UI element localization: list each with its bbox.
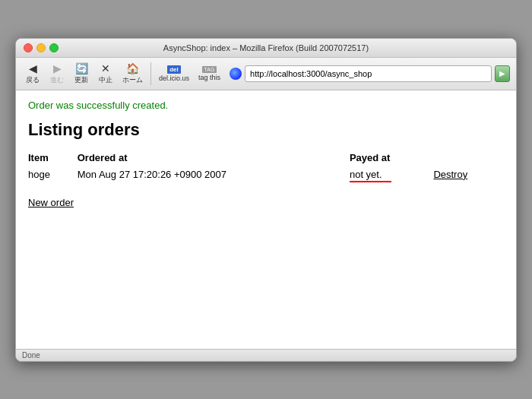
col-header-action <box>433 150 504 166</box>
tag-label: tag this <box>198 74 220 81</box>
destroy-link[interactable]: Destroy <box>433 169 467 180</box>
refresh-icon: 🔄 <box>75 62 88 74</box>
page-title: Listing orders <box>28 120 504 140</box>
address-bar-container: ▶ <box>230 65 510 82</box>
red-underline-decoration <box>350 181 391 182</box>
close-button[interactable] <box>24 43 33 52</box>
cell-ordered-at: Mon Aug 27 17:20:26 +0900 2007 <box>78 166 350 185</box>
tag-this-button[interactable]: TAG tag this <box>195 65 223 82</box>
browser-window: AsyncShop: index – Mozilla Firefox (Buil… <box>15 38 517 362</box>
toolbar: ◀ 戻る ▶ 進む 🔄 更新 ✕ 中止 🏠 ホーム del del.icio.u… <box>16 58 516 90</box>
forward-icon: ▶ <box>53 62 62 74</box>
refresh-button[interactable]: 🔄 更新 <box>71 61 92 87</box>
delicious-button[interactable]: del del.icio.us <box>156 65 192 83</box>
col-header-item: Item <box>28 150 78 166</box>
not-yet-text: not yet. <box>350 169 382 180</box>
status-bar: Done <box>16 349 516 361</box>
orders-table: Item Ordered at Payed at hoge Mon Aug 27… <box>28 150 504 185</box>
maximize-button[interactable] <box>49 43 59 52</box>
home-button[interactable]: 🏠 ホーム <box>119 61 146 87</box>
address-input[interactable] <box>245 65 492 82</box>
window-buttons <box>24 43 59 52</box>
col-header-payed-at: Payed at <box>350 150 433 166</box>
title-bar: AsyncShop: index – Mozilla Firefox (Buil… <box>16 39 516 58</box>
browser-logo-icon <box>230 68 242 80</box>
go-button[interactable]: ▶ <box>495 65 510 82</box>
status-text: Done <box>22 351 40 359</box>
stop-button[interactable]: ✕ 中止 <box>95 61 116 87</box>
home-icon: 🏠 <box>126 62 139 74</box>
toolbar-separator <box>150 62 151 85</box>
content-area: Order was successfully created. Listing … <box>16 90 516 349</box>
cell-action: Destroy <box>433 166 504 185</box>
forward-label: 進む <box>50 75 64 85</box>
delicious-label: del.icio.us <box>159 74 189 82</box>
col-header-ordered-at: Ordered at <box>78 150 350 166</box>
forward-button[interactable]: ▶ 進む <box>46 61 68 87</box>
cell-payed-at: not yet. <box>350 166 433 185</box>
new-order-link[interactable]: New order <box>28 197 504 208</box>
success-message: Order was successfully created. <box>28 100 504 111</box>
cell-item: hoge <box>28 166 78 185</box>
refresh-label: 更新 <box>74 75 88 85</box>
stop-label: 中止 <box>99 75 112 85</box>
home-label: ホーム <box>122 75 143 85</box>
back-button[interactable]: ◀ 戻る <box>22 61 43 87</box>
back-icon: ◀ <box>29 62 37 74</box>
table-header-row: Item Ordered at Payed at <box>28 150 504 166</box>
tag-icon: TAG <box>202 66 217 73</box>
back-label: 戻る <box>26 75 40 85</box>
window-title: AsyncShop: index – Mozilla Firefox (Buil… <box>163 43 369 52</box>
stop-icon: ✕ <box>101 62 110 74</box>
minimize-button[interactable] <box>36 43 46 52</box>
delicious-icon: del <box>167 65 181 74</box>
table-row: hoge Mon Aug 27 17:20:26 +0900 2007 not … <box>28 166 504 185</box>
